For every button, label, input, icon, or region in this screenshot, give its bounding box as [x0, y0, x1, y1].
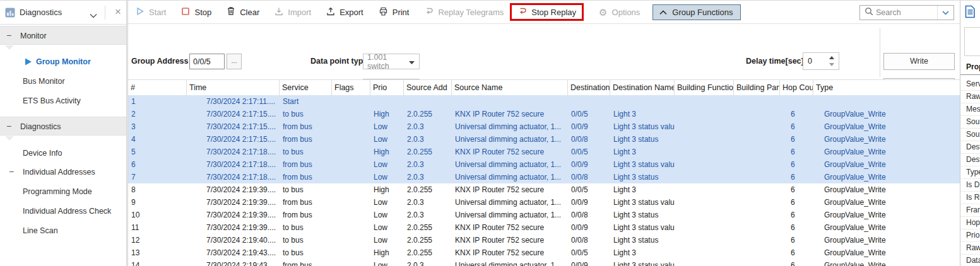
table-cell: 6: [780, 196, 813, 209]
table-row[interactable]: 87/30/2024 2:19:39....to busHigh2.0.255K…: [128, 183, 960, 196]
search-box[interactable]: [859, 5, 954, 20]
sidebar-item-label: Individual Addresses: [23, 168, 95, 176]
table-cell: to bus: [280, 234, 332, 246]
table-row[interactable]: 127/30/2024 2:19:40....to busLow2.0.255K…: [128, 234, 960, 246]
sidebar-item-device-info[interactable]: Device Info: [0, 146, 126, 161]
column-header[interactable]: #: [128, 80, 187, 96]
options-button[interactable]: ⚙ Options: [599, 8, 640, 17]
table-cell: Light 3 status: [610, 209, 675, 221]
column-header[interactable]: Source Name: [452, 80, 568, 96]
column-header[interactable]: Hop Count: [780, 80, 813, 96]
table-cell: Low: [370, 120, 404, 133]
replay-icon: [424, 7, 434, 17]
sidebar-item-label: Programming Mode: [23, 187, 92, 196]
document-icon[interactable]: [965, 5, 976, 21]
table-row[interactable]: 117/30/2024 2:19:39....to busLow2.0.255K…: [128, 221, 960, 234]
collapse-minus-icon[interactable]: −: [9, 166, 14, 176]
table-row[interactable]: 37/30/2024 2:17:15....from busLow2.0.3Un…: [128, 120, 960, 133]
browse-button[interactable]: ...: [227, 54, 242, 69]
table-cell: 2.0.3: [404, 133, 452, 146]
sidebar-item-line-scan[interactable]: Line Scan: [0, 223, 126, 238]
table-row[interactable]: 57/30/2024 2:17:18....to busHigh2.0.255K…: [128, 146, 960, 158]
table-cell: to bus: [280, 246, 332, 259]
table-cell: 7/30/2024 2:19:39....: [187, 209, 280, 221]
column-header[interactable]: Type: [813, 80, 959, 96]
print-button[interactable]: Print: [379, 7, 410, 18]
sidebar-item-bus-monitor[interactable]: Bus Monitor: [0, 74, 126, 89]
replay-telegrams-button[interactable]: Replay Telegrams: [424, 7, 504, 17]
sidebar-item-ets-bus-activity[interactable]: ETS Bus Activity: [0, 93, 126, 108]
divider: [105, 6, 105, 20]
datapoint-type-select[interactable]: 1.001 switch: [363, 54, 420, 69]
panel-title: Diagnostics: [20, 8, 62, 17]
write-button[interactable]: Write: [883, 53, 955, 70]
table-row[interactable]: 47/30/2024 2:17:15....from busLow2.0.3Un…: [128, 133, 960, 146]
table-cell: 2.0.255: [404, 146, 452, 158]
group-address-input[interactable]: [189, 54, 225, 69]
column-header[interactable]: Prio: [370, 80, 404, 96]
column-header[interactable]: Service: [280, 80, 332, 96]
table-row[interactable]: 97/30/2024 2:19:39....from busLow2.0.3Un…: [128, 196, 960, 209]
import-button[interactable]: Import: [275, 7, 311, 18]
delay-time-stepper[interactable]: 0: [803, 52, 839, 70]
start-button[interactable]: Start: [136, 7, 166, 18]
table-cell: 7/30/2024 2:17:18....: [187, 171, 280, 183]
table-row[interactable]: 77/30/2024 2:17:18....from busLow2.0.3Un…: [128, 171, 960, 183]
collapse-minus-icon[interactable]: −: [6, 121, 11, 131]
table-cell: Light 3 status value: [610, 158, 675, 171]
button-label: Import: [288, 8, 311, 17]
table-cell: 6: [780, 120, 813, 133]
sidebar-item-individual-address-check[interactable]: Individual Address Check: [0, 204, 126, 219]
table-cell: to bus: [280, 108, 332, 120]
table-cell: 7/30/2024 2:19:43....: [187, 246, 280, 259]
table-cell: Universal dimming actuator, 1...: [452, 133, 568, 146]
table-cell: High: [370, 183, 404, 196]
table-cell: Light 3: [610, 146, 675, 158]
table-row[interactable]: 147/30/2024 2:19:43....from busLow2.0.3U…: [128, 259, 960, 266]
table-cell: [452, 95, 568, 108]
column-header[interactable]: Destination Name: [610, 80, 675, 96]
sidebar-section-diagnostics[interactable]: − Diagnostics: [0, 117, 126, 136]
spinner-down-icon[interactable]: [829, 63, 834, 66]
collapse-minus-icon[interactable]: −: [6, 30, 11, 40]
search-input[interactable]: [873, 8, 937, 17]
table-cell: [332, 146, 370, 158]
sidebar-item-programming-mode[interactable]: Programming Mode: [0, 184, 126, 199]
clear-button[interactable]: Clear: [227, 6, 259, 18]
sidebar-item-label: Device Info: [23, 149, 62, 158]
stop-replay-button[interactable]: Stop Replay: [517, 7, 576, 17]
search-dropdown-chevron-icon[interactable]: [937, 6, 953, 20]
close-icon[interactable]: ×: [112, 6, 124, 18]
table-row[interactable]: 67/30/2024 2:17:18....from busLow2.0.3Un…: [128, 158, 960, 171]
spinner-up-icon[interactable]: [829, 56, 834, 59]
table-row[interactable]: 137/30/2024 2:19:43....to busHigh2.0.255…: [128, 246, 960, 259]
table-cell: to bus: [280, 183, 332, 196]
property-item: Dest: [960, 154, 980, 166]
table-cell: 2.0.3: [404, 120, 452, 133]
table-cell: Universal dimming actuator, 1...: [452, 158, 568, 171]
table-cell: 0/0/5: [568, 108, 610, 120]
table-cell: GroupValue_Write: [813, 221, 959, 234]
sidebar-item-individual-addresses[interactable]: − Individual Addresses: [0, 165, 126, 180]
table-cell: [675, 171, 734, 183]
table-cell: High: [370, 108, 404, 120]
group-functions-button[interactable]: Group Functions: [652, 4, 741, 20]
column-header[interactable]: Building Function: [675, 80, 734, 96]
column-header[interactable]: Destination: [568, 80, 610, 96]
trash-icon: [227, 6, 235, 18]
table-row[interactable]: 27/30/2024 2:17:15....to busHigh2.0.255K…: [128, 108, 960, 120]
table-cell: 9: [128, 196, 187, 209]
sidebar-section-monitor[interactable]: − Monitor: [0, 26, 126, 45]
table-row[interactable]: 107/30/2024 2:19:39....from busLow2.0.3U…: [128, 209, 960, 221]
column-header[interactable]: Time: [187, 80, 280, 96]
table-row[interactable]: 17/30/2024 2:17:11....Start: [128, 95, 960, 108]
table-cell: Light 3 status value: [610, 120, 675, 133]
column-header[interactable]: Flags: [332, 80, 370, 96]
chevron-down-icon[interactable]: [90, 9, 97, 21]
column-header[interactable]: Source Add: [404, 80, 452, 96]
column-header[interactable]: Building Part: [734, 80, 780, 96]
sidebar-item-group-monitor[interactable]: Group Monitor: [0, 54, 126, 69]
stop-button[interactable]: Stop: [181, 7, 211, 18]
table-cell: from bus: [280, 133, 332, 146]
export-button[interactable]: Export: [326, 7, 363, 18]
